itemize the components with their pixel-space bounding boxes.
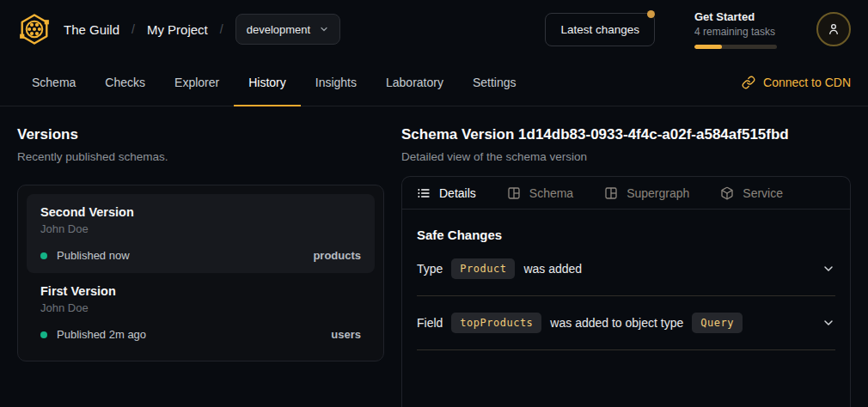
chevron-down-icon[interactable] [822,316,835,330]
version-status-row: Published now products [40,249,361,262]
versions-column: Versions Recently published schemas. Sec… [17,126,384,407]
detail-tab-supergraph[interactable]: Supergraph [604,186,689,200]
tab-laboratory[interactable]: Laboratory [371,58,458,106]
detail-tab-label: Service [743,186,783,200]
change-code-badge: Product [451,258,515,279]
user-icon [826,21,841,37]
target-selector[interactable]: development [235,14,340,45]
version-author: John Doe [40,222,361,235]
versions-subtitle: Recently published schemas. [17,150,384,163]
version-detail-title: Schema Version 1d14db83-0933-4f4c-a02f-a… [401,126,851,143]
tab-settings[interactable]: Settings [458,58,531,106]
connect-cdn-link[interactable]: Connect to CDN [742,58,851,106]
link-icon [742,76,755,89]
change-text: was added to object type [550,316,683,330]
change-row[interactable]: Type Product was added [417,242,835,296]
main-content: Versions Recently published schemas. Sec… [0,106,868,406]
versions-list: Second Version John Doe Published now pr… [17,185,384,361]
detail-tab-schema[interactable]: Schema [507,186,573,200]
breadcrumb: The Guild / My Project / development [17,12,340,46]
list-icon [417,186,431,200]
version-name: Second Version [40,205,361,219]
detail-tab-details[interactable]: Details [417,186,476,200]
version-detail-subtitle: Detailed view of the schema version [401,150,851,163]
tab-schema[interactable]: Schema [17,58,90,106]
version-list-item[interactable]: First Version John Doe Published 2m ago … [27,273,375,352]
breadcrumb-separator: / [220,22,223,36]
breadcrumb-project[interactable]: My Project [147,22,208,37]
user-menu-button[interactable] [816,12,851,46]
header-actions: Latest changes Get Started 4 remaining t… [545,10,851,49]
detail-tab-label: Supergraph [627,186,689,200]
chevron-down-icon [319,24,329,34]
columns-icon [507,186,521,200]
target-nav: Schema Checks Explorer History Insights … [0,58,868,106]
published-status-dot [40,331,47,338]
safe-changes-heading: Safe Changes [417,228,835,242]
version-status: Published 2m ago [57,328,146,341]
get-started-progress-fill [694,45,722,49]
breadcrumb-separator: / [131,22,135,36]
version-status-row: Published 2m ago users [40,328,361,341]
get-started-widget[interactable]: Get Started 4 remaining tasks [694,10,777,49]
columns-icon [604,186,618,200]
version-list-item[interactable]: Second Version John Doe Published now pr… [27,194,375,273]
published-status-dot [40,252,47,259]
tab-checks[interactable]: Checks [90,58,160,106]
connect-cdn-label: Connect to CDN [763,76,851,89]
chevron-down-icon[interactable] [822,262,835,276]
cube-icon [720,186,734,200]
breadcrumb-org[interactable]: The Guild [64,22,119,37]
version-service: products [313,249,361,262]
change-text: Field [417,316,443,330]
detail-tab-service[interactable]: Service [720,186,783,200]
version-detail-body: Safe Changes Type Product was added Fiel… [402,228,850,350]
app-header: The Guild / My Project / development Lat… [0,0,868,58]
versions-title: Versions [17,126,384,143]
change-code-badge: Query [692,313,743,333]
change-code-badge: topProducts [451,313,541,333]
version-detail-card: Details Schema Supergr [401,176,851,407]
latest-changes-button[interactable]: Latest changes [545,13,655,46]
version-service: users [331,328,361,341]
change-text: was added [523,262,582,276]
detail-tab-label: Schema [529,186,573,200]
tab-history[interactable]: History [234,58,301,106]
get-started-title: Get Started [694,10,777,23]
hive-logo-icon[interactable] [17,12,52,46]
get-started-subtitle: 4 remaining tasks [694,26,777,38]
tab-explorer[interactable]: Explorer [160,58,234,106]
change-row[interactable]: Field topProducts was added to object ty… [417,296,835,350]
version-status: Published now [57,249,130,262]
version-author: John Doe [40,301,361,314]
version-detail-tabs: Details Schema Supergr [402,177,850,210]
version-detail-column: Schema Version 1d14db83-0933-4f4c-a02f-a… [401,126,851,407]
tab-insights[interactable]: Insights [301,58,371,106]
target-selector-value: development [247,23,310,36]
get-started-progress-track [694,45,777,49]
version-name: First Version [40,284,361,298]
notification-dot [647,10,655,18]
detail-tab-label: Details [439,186,476,200]
change-text: Type [417,262,443,276]
